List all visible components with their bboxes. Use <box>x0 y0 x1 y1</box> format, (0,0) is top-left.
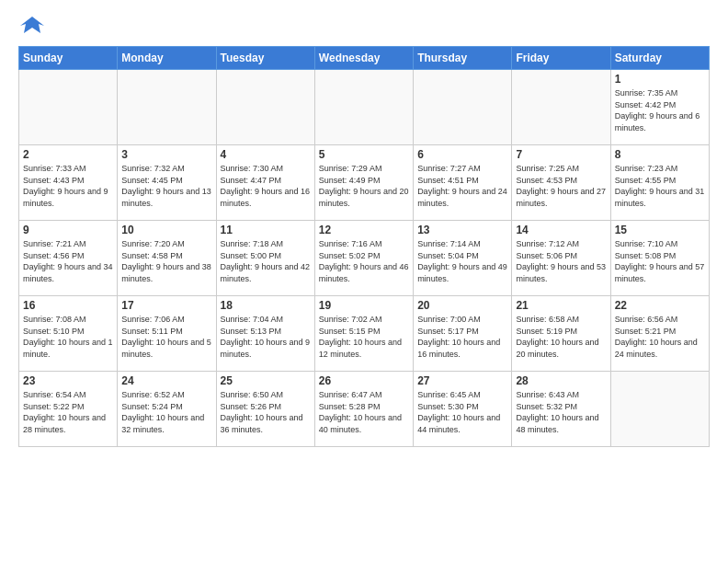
day-detail: Sunrise: 7:04 AM Sunset: 5:13 PM Dayligh… <box>221 314 311 360</box>
day-detail: Sunrise: 7:25 AM Sunset: 4:53 PM Dayligh… <box>516 163 606 209</box>
calendar-cell <box>512 70 610 145</box>
calendar-cell <box>19 70 118 145</box>
weekday-header-monday: Monday <box>118 47 216 70</box>
calendar-cell: 9Sunrise: 7:21 AM Sunset: 4:56 PM Daylig… <box>19 221 118 296</box>
day-detail: Sunrise: 7:20 AM Sunset: 4:58 PM Dayligh… <box>121 238 211 284</box>
day-detail: Sunrise: 6:58 AM Sunset: 5:19 PM Dayligh… <box>516 314 606 360</box>
day-number: 14 <box>516 224 606 236</box>
calendar-cell <box>414 70 512 145</box>
calendar-cell: 1Sunrise: 7:35 AM Sunset: 4:42 PM Daylig… <box>610 70 709 145</box>
day-number: 24 <box>121 374 211 387</box>
day-detail: Sunrise: 6:54 AM Sunset: 5:22 PM Dayligh… <box>23 389 113 435</box>
calendar-cell: 24Sunrise: 6:52 AM Sunset: 5:24 PM Dayli… <box>118 372 216 447</box>
calendar-cell: 6Sunrise: 7:27 AM Sunset: 4:51 PM Daylig… <box>414 145 512 221</box>
calendar-cell <box>610 372 709 447</box>
day-detail: Sunrise: 7:29 AM Sunset: 4:49 PM Dayligh… <box>319 163 409 209</box>
day-detail: Sunrise: 7:08 AM Sunset: 5:10 PM Dayligh… <box>23 314 113 360</box>
calendar-cell: 13Sunrise: 7:14 AM Sunset: 5:04 PM Dayli… <box>414 221 512 296</box>
day-detail: Sunrise: 7:12 AM Sunset: 5:06 PM Dayligh… <box>516 238 606 284</box>
calendar-cell: 10Sunrise: 7:20 AM Sunset: 4:58 PM Dayli… <box>118 221 216 296</box>
day-detail: Sunrise: 6:52 AM Sunset: 5:24 PM Dayligh… <box>121 389 211 435</box>
week-row-3: 16Sunrise: 7:08 AM Sunset: 5:10 PM Dayli… <box>19 296 710 372</box>
weekday-header-tuesday: Tuesday <box>216 47 314 70</box>
calendar-cell: 12Sunrise: 7:16 AM Sunset: 5:02 PM Dayli… <box>314 221 413 296</box>
day-number: 28 <box>516 374 606 387</box>
calendar-cell: 5Sunrise: 7:29 AM Sunset: 4:49 PM Daylig… <box>314 145 413 221</box>
day-number: 25 <box>221 374 311 387</box>
day-detail: Sunrise: 7:14 AM Sunset: 5:04 PM Dayligh… <box>417 238 507 284</box>
day-number: 11 <box>221 224 311 236</box>
day-detail: Sunrise: 7:33 AM Sunset: 4:43 PM Dayligh… <box>23 163 113 209</box>
week-row-1: 2Sunrise: 7:33 AM Sunset: 4:43 PM Daylig… <box>19 145 710 221</box>
day-number: 13 <box>417 224 507 236</box>
calendar-cell: 17Sunrise: 7:06 AM Sunset: 5:11 PM Dayli… <box>118 296 216 372</box>
week-row-4: 23Sunrise: 6:54 AM Sunset: 5:22 PM Dayli… <box>19 372 710 447</box>
day-number: 26 <box>319 374 409 387</box>
day-detail: Sunrise: 7:18 AM Sunset: 5:00 PM Dayligh… <box>221 238 311 284</box>
calendar-cell: 2Sunrise: 7:33 AM Sunset: 4:43 PM Daylig… <box>19 145 118 221</box>
day-number: 20 <box>417 299 507 312</box>
day-number: 12 <box>319 224 409 236</box>
day-number: 22 <box>615 299 705 312</box>
day-detail: Sunrise: 7:21 AM Sunset: 4:56 PM Dayligh… <box>23 238 113 284</box>
day-detail: Sunrise: 6:56 AM Sunset: 5:21 PM Dayligh… <box>615 314 705 360</box>
day-number: 4 <box>221 148 311 161</box>
calendar-cell: 28Sunrise: 6:43 AM Sunset: 5:32 PM Dayli… <box>512 372 610 447</box>
day-number: 6 <box>417 148 507 161</box>
week-row-0: 1Sunrise: 7:35 AM Sunset: 4:42 PM Daylig… <box>19 70 710 145</box>
day-number: 9 <box>23 224 113 236</box>
calendar-cell: 22Sunrise: 6:56 AM Sunset: 5:21 PM Dayli… <box>610 296 709 372</box>
day-detail: Sunrise: 7:16 AM Sunset: 5:02 PM Dayligh… <box>319 238 409 284</box>
calendar-table: SundayMondayTuesdayWednesdayThursdayFrid… <box>18 46 710 447</box>
calendar-cell: 14Sunrise: 7:12 AM Sunset: 5:06 PM Dayli… <box>512 221 610 296</box>
calendar-cell: 16Sunrise: 7:08 AM Sunset: 5:10 PM Dayli… <box>19 296 118 372</box>
weekday-header-sunday: Sunday <box>19 47 118 70</box>
calendar-cell: 3Sunrise: 7:32 AM Sunset: 4:45 PM Daylig… <box>118 145 216 221</box>
day-detail: Sunrise: 7:35 AM Sunset: 4:42 PM Dayligh… <box>615 87 705 133</box>
calendar-cell: 21Sunrise: 6:58 AM Sunset: 5:19 PM Dayli… <box>512 296 610 372</box>
logo-bird-icon <box>20 13 44 37</box>
day-number: 3 <box>121 148 211 161</box>
day-detail: Sunrise: 7:27 AM Sunset: 4:51 PM Dayligh… <box>417 163 507 209</box>
weekday-header-saturday: Saturday <box>610 47 709 70</box>
day-number: 21 <box>516 299 606 312</box>
weekday-header-row: SundayMondayTuesdayWednesdayThursdayFrid… <box>19 47 710 70</box>
day-detail: Sunrise: 7:30 AM Sunset: 4:47 PM Dayligh… <box>221 163 311 209</box>
day-number: 16 <box>23 299 113 312</box>
day-detail: Sunrise: 6:50 AM Sunset: 5:26 PM Dayligh… <box>221 389 311 435</box>
day-number: 1 <box>615 73 705 86</box>
calendar-cell: 7Sunrise: 7:25 AM Sunset: 4:53 PM Daylig… <box>512 145 610 221</box>
day-detail: Sunrise: 7:06 AM Sunset: 5:11 PM Dayligh… <box>121 314 211 360</box>
header <box>18 15 710 37</box>
calendar-cell: 4Sunrise: 7:30 AM Sunset: 4:47 PM Daylig… <box>216 145 314 221</box>
calendar-cell <box>314 70 413 145</box>
calendar-cell <box>118 70 216 145</box>
day-number: 27 <box>417 374 507 387</box>
day-number: 7 <box>516 148 606 161</box>
day-detail: Sunrise: 6:47 AM Sunset: 5:28 PM Dayligh… <box>319 389 409 435</box>
day-detail: Sunrise: 7:32 AM Sunset: 4:45 PM Dayligh… <box>121 163 211 209</box>
day-detail: Sunrise: 6:45 AM Sunset: 5:30 PM Dayligh… <box>417 389 507 435</box>
weekday-header-friday: Friday <box>512 47 610 70</box>
day-detail: Sunrise: 7:00 AM Sunset: 5:17 PM Dayligh… <box>417 314 507 360</box>
calendar-cell: 25Sunrise: 6:50 AM Sunset: 5:26 PM Dayli… <box>216 372 314 447</box>
calendar-cell: 15Sunrise: 7:10 AM Sunset: 5:08 PM Dayli… <box>610 221 709 296</box>
day-number: 8 <box>615 148 705 161</box>
calendar-cell <box>216 70 314 145</box>
day-number: 5 <box>319 148 409 161</box>
calendar-cell: 18Sunrise: 7:04 AM Sunset: 5:13 PM Dayli… <box>216 296 314 372</box>
day-number: 18 <box>221 299 311 312</box>
svg-marker-0 <box>20 17 44 33</box>
day-number: 17 <box>121 299 211 312</box>
day-detail: Sunrise: 7:10 AM Sunset: 5:08 PM Dayligh… <box>615 238 705 284</box>
weekday-header-thursday: Thursday <box>414 47 512 70</box>
day-detail: Sunrise: 7:23 AM Sunset: 4:55 PM Dayligh… <box>615 163 705 209</box>
calendar-cell: 19Sunrise: 7:02 AM Sunset: 5:15 PM Dayli… <box>314 296 413 372</box>
calendar-cell: 27Sunrise: 6:45 AM Sunset: 5:30 PM Dayli… <box>414 372 512 447</box>
day-number: 10 <box>121 224 211 236</box>
calendar-cell: 26Sunrise: 6:47 AM Sunset: 5:28 PM Dayli… <box>314 372 413 447</box>
day-number: 15 <box>615 224 705 236</box>
week-row-2: 9Sunrise: 7:21 AM Sunset: 4:56 PM Daylig… <box>19 221 710 296</box>
day-number: 23 <box>23 374 113 387</box>
calendar-cell: 20Sunrise: 7:00 AM Sunset: 5:17 PM Dayli… <box>414 296 512 372</box>
